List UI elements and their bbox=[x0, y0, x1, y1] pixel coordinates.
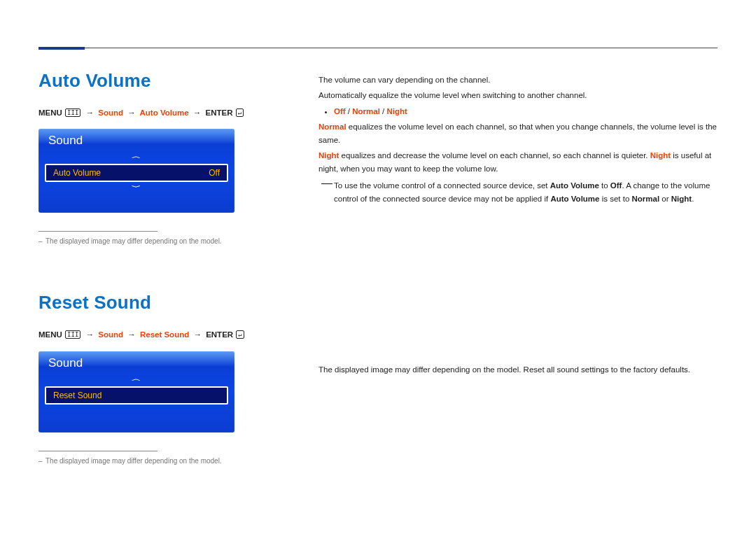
footnote: The displayed image may differ depending… bbox=[38, 236, 276, 246]
osd-item-value: Off bbox=[209, 168, 220, 178]
term-night: Night bbox=[318, 151, 339, 160]
tip-row: ― To use the volume control of a connect… bbox=[318, 179, 718, 206]
body-text: Automatically equalize the volume level … bbox=[318, 89, 718, 102]
divider bbox=[38, 231, 158, 232]
arrow-icon: → bbox=[127, 108, 136, 117]
chevron-down-icon[interactable]: ﹀ bbox=[38, 182, 234, 195]
option-off: Off bbox=[334, 107, 346, 115]
term-auto-volume: Auto Volume bbox=[550, 181, 599, 190]
body-text: The volume can vary depending on the cha… bbox=[318, 73, 718, 87]
chevron-up-icon[interactable]: ︿ bbox=[38, 151, 234, 164]
dash-icon: ― bbox=[321, 179, 332, 188]
sep: / bbox=[346, 107, 353, 115]
body-text: Night equalizes and decrease the volume … bbox=[318, 149, 718, 176]
term-night: Night bbox=[650, 151, 671, 160]
osd-item-label: Reset Sound bbox=[53, 391, 102, 400]
top-rule bbox=[38, 48, 718, 48]
body-text: Normal equalizes the volume level on eac… bbox=[318, 120, 718, 147]
term-normal: Normal bbox=[632, 195, 660, 203]
osd-item-reset-sound[interactable]: Reset Sound bbox=[45, 386, 228, 405]
divider bbox=[38, 451, 158, 451]
t: or bbox=[659, 195, 671, 203]
option-normal: Normal bbox=[352, 107, 380, 115]
text: equalizes the volume level on each chann… bbox=[318, 122, 717, 144]
crumb-enter: ENTER bbox=[205, 108, 232, 117]
tip-text: To use the volume control of a connected… bbox=[334, 179, 718, 206]
osd-panel-reset-sound: Sound ︿ Reset Sound bbox=[38, 351, 234, 433]
t: is set to bbox=[599, 195, 631, 203]
reset-sound-heading: Reset Sound bbox=[38, 292, 276, 314]
options-list-item: Off / Normal / Night bbox=[334, 105, 718, 118]
auto-volume-heading: Auto Volume bbox=[38, 70, 276, 92]
crumb-menu: MENU bbox=[38, 330, 62, 339]
osd-item-auto-volume[interactable]: Auto Volume Off bbox=[45, 164, 228, 182]
t: to bbox=[599, 181, 610, 190]
options-list: Off / Normal / Night bbox=[334, 105, 718, 118]
arrow-icon: → bbox=[86, 108, 94, 117]
menu-icon: III bbox=[65, 330, 80, 339]
t: To use the volume control of a connected… bbox=[334, 181, 550, 190]
menu-icon: III bbox=[65, 108, 80, 117]
crumb-menu: MENU bbox=[38, 108, 62, 117]
osd-padding bbox=[38, 405, 234, 433]
t: . bbox=[692, 195, 694, 203]
enter-icon: ↵ bbox=[236, 108, 244, 117]
arrow-icon: → bbox=[193, 330, 202, 339]
term-normal: Normal bbox=[318, 122, 346, 131]
page-body: Auto Volume MENU III → Sound → Auto Volu… bbox=[38, 70, 718, 466]
term-auto-volume: Auto Volume bbox=[550, 195, 599, 203]
crumb-sound: Sound bbox=[98, 330, 123, 339]
osd-padding bbox=[38, 195, 234, 213]
chevron-up-icon[interactable]: ︿ bbox=[38, 374, 234, 386]
crumb-reset-sound: Reset Sound bbox=[140, 330, 189, 339]
footnote: The displayed image may differ depending… bbox=[38, 456, 276, 466]
left-column: Auto Volume MENU III → Sound → Auto Volu… bbox=[38, 70, 276, 466]
right-reset-sound: The displayed image may differ depending… bbox=[318, 363, 718, 377]
sep: / bbox=[380, 107, 387, 115]
reset-sound-section: Reset Sound MENU III → Sound → Reset Sou… bbox=[38, 292, 276, 465]
top-rule-accent bbox=[38, 47, 85, 50]
term-night: Night bbox=[671, 195, 692, 203]
term-off: Off bbox=[610, 181, 622, 190]
arrow-icon: → bbox=[193, 108, 202, 117]
osd-panel-auto-volume: Sound ︿ Auto Volume Off ﹀ bbox=[38, 129, 234, 213]
breadcrumb-reset-sound: MENU III → Sound → Reset Sound → ENTER ↵ bbox=[38, 329, 276, 341]
arrow-icon: → bbox=[127, 330, 136, 339]
osd-header: Sound bbox=[38, 351, 234, 374]
crumb-auto-volume: Auto Volume bbox=[140, 108, 189, 117]
text: equalizes and decrease the volume level … bbox=[339, 151, 650, 160]
option-night: Night bbox=[386, 107, 407, 115]
right-column: The volume can vary depending on the cha… bbox=[318, 70, 718, 466]
enter-icon: ↵ bbox=[236, 330, 244, 339]
crumb-sound: Sound bbox=[98, 108, 123, 117]
osd-item-label: Auto Volume bbox=[53, 168, 101, 178]
crumb-enter: ENTER bbox=[206, 330, 233, 339]
arrow-icon: → bbox=[86, 330, 94, 339]
osd-header: Sound bbox=[38, 129, 234, 151]
body-text: The displayed image may differ depending… bbox=[318, 363, 718, 377]
breadcrumb-auto-volume: MENU III → Sound → Auto Volume → ENTER ↵ bbox=[38, 107, 276, 119]
